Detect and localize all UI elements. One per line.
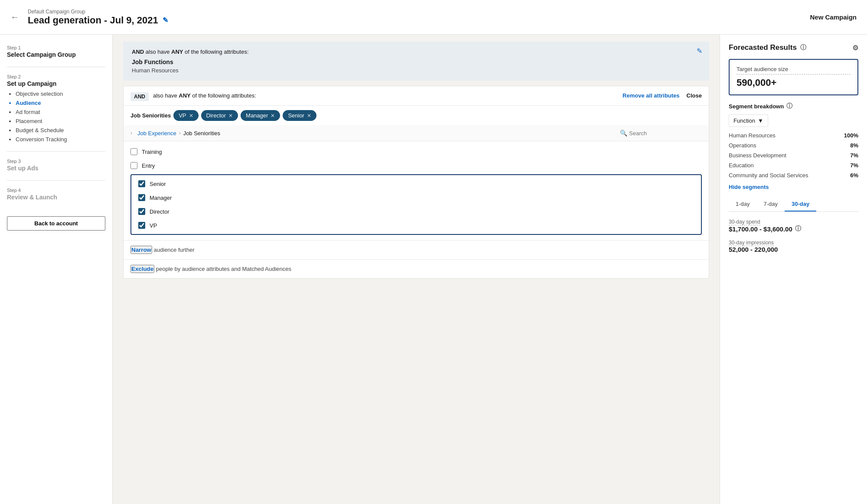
sidebar-item-audience[interactable]: Audience: [16, 100, 105, 106]
step3-title: Set up Ads: [7, 165, 105, 172]
checkbox-senior-input[interactable]: [138, 180, 145, 187]
sidebar-item-budget[interactable]: Budget & Schedule: [16, 127, 105, 133]
sidebar-item-adformat[interactable]: Ad format: [16, 109, 105, 115]
target-audience-label: Target audience size: [737, 66, 851, 75]
sidebar-divider-1: [7, 67, 105, 67]
spend-metric: 30-day spend $1,700.00 - $3,600.00 ⓘ: [729, 218, 858, 233]
step3-group: Step 3 Set up Ads: [7, 159, 105, 172]
tab-7day[interactable]: 7-day: [757, 197, 785, 211]
day-tabs: 1-day 7-day 30-day: [729, 197, 858, 212]
close-picker-button[interactable]: Close: [687, 92, 702, 99]
segment-biz-label: Business Development: [729, 152, 786, 159]
attribute-card-header: AND also have ANY of the following attri…: [132, 49, 701, 55]
impressions-value-text: 52,000 - 220,000: [729, 246, 778, 253]
settings-gear-icon[interactable]: ⚙: [852, 44, 858, 52]
forecasted-results-title: Forecasted Results: [729, 43, 797, 52]
new-campaign-button[interactable]: New Campaign: [810, 13, 857, 21]
back-to-account-button[interactable]: Back to account: [7, 216, 105, 231]
picker-header-text: also have ANY of the following attribute…: [153, 92, 618, 99]
step1-label: Step 1: [7, 45, 105, 50]
checkbox-entry-label: Entry: [142, 163, 155, 169]
narrow-button[interactable]: Narrow: [130, 246, 152, 254]
remove-all-button[interactable]: Remove all attributes: [623, 92, 680, 99]
segment-hr-pct: 100%: [844, 132, 858, 139]
step2-items: Objective selection Audience Ad format P…: [7, 91, 105, 143]
checkbox-director-input[interactable]: [138, 208, 145, 215]
tab-30day[interactable]: 30-day: [785, 197, 816, 211]
sidebar-item-placement[interactable]: Placement: [16, 118, 105, 124]
tag-vp: VP ✕: [173, 110, 198, 121]
breadcrumb-job-seniorities: Job Seniorities: [183, 130, 220, 137]
checkbox-list: Training Entry Senior Manager: [124, 141, 709, 240]
segment-comm-pct: 6%: [850, 172, 858, 179]
audience-picker-panel: AND also have ANY of the following attri…: [123, 86, 709, 279]
impressions-label: 30-day impressions: [729, 239, 858, 246]
attribute-edit-icon[interactable]: ✎: [697, 47, 702, 55]
exclude-button[interactable]: Exclude: [130, 265, 154, 273]
and-text: AND: [132, 49, 144, 55]
forecasted-info-icon[interactable]: ⓘ: [800, 44, 806, 52]
remove-manager-icon[interactable]: ✕: [271, 113, 275, 119]
search-icon: 🔍: [620, 130, 627, 137]
and-badge: AND: [130, 92, 149, 101]
tag-director: Director ✕: [201, 110, 238, 121]
remove-director-icon[interactable]: ✕: [228, 113, 233, 119]
hide-segments-button[interactable]: Hide segments: [729, 184, 769, 190]
function-dropdown-label: Function: [733, 117, 755, 124]
segment-community: Community and Social Services 6%: [729, 172, 858, 179]
narrow-suffix: audience further: [154, 247, 195, 253]
segment-business-dev: Business Development 7%: [729, 152, 858, 159]
checkbox-entry-input[interactable]: [130, 162, 137, 169]
content-area: AND also have ANY of the following attri…: [113, 35, 720, 504]
step3-label: Step 3: [7, 159, 105, 164]
tags-row: Job Seniorities VP ✕ Director ✕ Manager …: [124, 106, 709, 125]
sidebar-item-objective[interactable]: Objective selection: [16, 91, 105, 97]
right-panel: Forecasted Results ⓘ ⚙ Target audience s…: [720, 35, 867, 504]
checkbox-training-input[interactable]: [130, 148, 137, 155]
breadcrumb-nav: › Job Experience › Job Seniorities 🔍: [124, 125, 709, 141]
checkbox-manager-input[interactable]: [138, 194, 145, 201]
sidebar-divider-3: [7, 180, 105, 181]
spend-label: 30-day spend: [729, 218, 858, 225]
checkbox-vp: VP: [131, 218, 701, 232]
step4-label: Step 4: [7, 188, 105, 193]
checkbox-vp-label: VP: [150, 222, 157, 229]
tab-1day[interactable]: 1-day: [729, 197, 757, 211]
checkbox-vp-input[interactable]: [138, 222, 145, 229]
checkbox-training: Training: [124, 145, 709, 159]
any-text: ANY: [171, 49, 183, 55]
top-header: ← Default Campaign Group Lead generation…: [0, 0, 867, 35]
segment-info-icon[interactable]: ⓘ: [786, 102, 792, 110]
target-audience-value: 590,000+: [737, 77, 851, 88]
sidebar: Step 1 Select Campaign Group Step 2 Set …: [0, 35, 113, 504]
back-button[interactable]: ←: [10, 12, 19, 22]
any-bold: ANY: [179, 92, 190, 99]
checkbox-director: Director: [131, 205, 701, 218]
segment-edu-label: Education: [729, 162, 754, 169]
header-title-group: Default Campaign Group Lead generation -…: [28, 9, 168, 26]
picker-header: AND also have ANY of the following attri…: [124, 86, 709, 106]
step2-label: Step 2: [7, 74, 105, 79]
impressions-value: 52,000 - 220,000: [729, 246, 858, 253]
breadcrumb-job-experience[interactable]: Job Experience: [137, 130, 176, 137]
breadcrumb-home-icon[interactable]: ›: [130, 130, 132, 136]
function-dropdown[interactable]: Function ▼: [729, 114, 768, 127]
remove-vp-icon[interactable]: ✕: [189, 113, 193, 119]
step1-group: Step 1 Select Campaign Group: [7, 45, 105, 58]
step4-title: Review & Launch: [7, 194, 105, 201]
search-input[interactable]: [629, 130, 702, 137]
existing-attribute-card: AND also have ANY of the following attri…: [123, 42, 709, 81]
checkbox-entry: Entry: [124, 159, 709, 172]
sidebar-divider-2: [7, 151, 105, 152]
sidebar-item-conversion[interactable]: Conversion Tracking: [16, 136, 105, 143]
impressions-metric: 30-day impressions 52,000 - 220,000: [729, 239, 858, 253]
checkbox-senior: Senior: [131, 177, 701, 191]
checkbox-training-label: Training: [142, 149, 162, 155]
remove-senior-icon[interactable]: ✕: [307, 113, 311, 119]
segment-ops-label: Operations: [729, 142, 756, 149]
spend-info-icon[interactable]: ⓘ: [795, 225, 801, 233]
edit-title-icon[interactable]: ✎: [163, 16, 168, 24]
segment-ops-pct: 8%: [850, 142, 858, 149]
checkbox-manager-label: Manager: [150, 195, 172, 201]
spend-value-text: $1,700.00 - $3,600.00: [729, 225, 792, 233]
